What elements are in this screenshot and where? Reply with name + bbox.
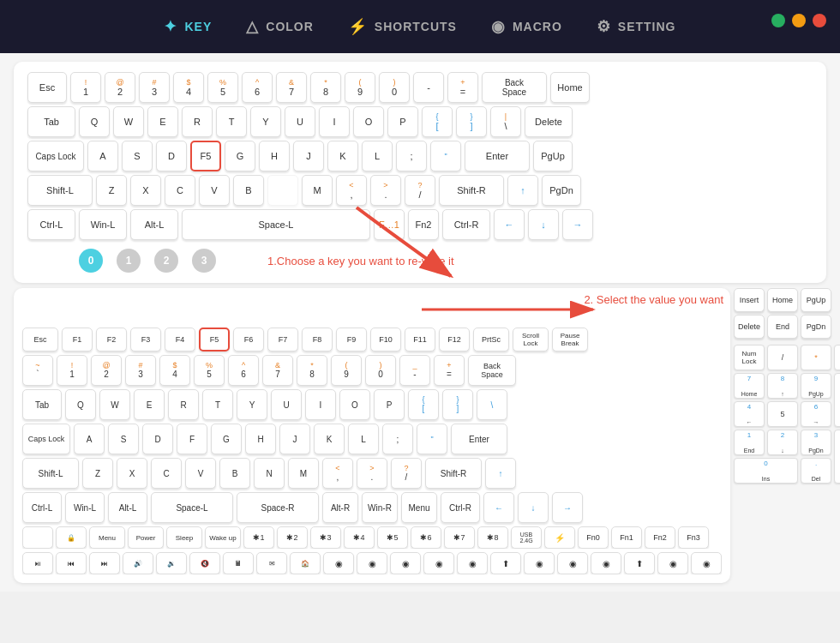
key-backslash-b[interactable]: \	[477, 389, 507, 420]
key-pause-break[interactable]: PauseBreak	[552, 328, 588, 352]
key-7-b[interactable]: &7	[262, 355, 293, 386]
key-b[interactable]: B	[233, 175, 264, 206]
key-a-b[interactable]: A	[74, 424, 105, 454]
key-space-l[interactable]: Space-L	[182, 209, 370, 240]
key-fn1-top[interactable]: F…1	[374, 209, 405, 240]
key-tab-b[interactable]: Tab	[22, 389, 62, 420]
key-z-b[interactable]: Z	[82, 458, 113, 489]
key-v[interactable]: V	[199, 175, 230, 206]
key-media12[interactable]: ◉	[691, 552, 722, 574]
maximize-button[interactable]	[771, 14, 785, 27]
key-3-b[interactable]: #3	[125, 355, 156, 386]
key-left-b[interactable]: ←	[483, 492, 514, 523]
key-alt-l-b[interactable]: Alt-L	[108, 492, 147, 523]
key-period-b[interactable]: >.	[357, 458, 387, 489]
key-c-b[interactable]: C	[151, 458, 182, 489]
key-p[interactable]: P	[387, 106, 418, 137]
key-bt3[interactable]: ✱3	[310, 526, 341, 549]
key-home[interactable]: Home	[550, 72, 590, 103]
key-u-b[interactable]: U	[271, 389, 302, 420]
key-h-b[interactable]: H	[245, 424, 276, 454]
key-6-b[interactable]: ^6	[228, 355, 259, 386]
key-fn3[interactable]: Fn3	[678, 526, 709, 549]
key-space-r-b[interactable]: Space-R	[237, 492, 319, 523]
key-i[interactable]: I	[319, 106, 350, 137]
key-pgup-right[interactable]: PgUp	[801, 288, 831, 312]
key-s-b[interactable]: S	[108, 424, 139, 454]
key-up-b[interactable]: ↑	[485, 458, 516, 489]
key-calc[interactable]: 🖩	[223, 552, 254, 574]
key-media6[interactable]: ⬆	[490, 552, 521, 574]
key-2[interactable]: @2	[105, 72, 135, 103]
key-t[interactable]: T	[216, 106, 247, 137]
key-a[interactable]: A	[87, 141, 118, 171]
key-4[interactable]: $4	[173, 72, 204, 103]
key-g[interactable]: G	[225, 141, 255, 171]
key-7[interactable]: &7	[276, 72, 307, 103]
key-period[interactable]: >.	[370, 175, 401, 206]
key-arrow-down[interactable]: ↓	[528, 209, 559, 240]
key-power[interactable]: Power	[128, 526, 164, 549]
key-play-pause[interactable]: ⏯	[22, 552, 53, 574]
key-9-b[interactable]: (9	[331, 355, 362, 386]
key-0-b[interactable]: )0	[365, 355, 396, 386]
key-win-r-b[interactable]: Win-R	[362, 492, 398, 523]
key-equals[interactable]: +=	[447, 72, 478, 103]
key-right-b[interactable]: →	[552, 492, 583, 523]
key-w-b[interactable]: W	[99, 389, 130, 420]
key-num-1[interactable]: 1End	[734, 430, 765, 455]
key-q-b[interactable]: Q	[65, 389, 96, 420]
key-shift-l[interactable]: Shift-L	[27, 175, 93, 206]
key-bt8[interactable]: ✱8	[477, 526, 508, 549]
key-y-b[interactable]: Y	[237, 389, 267, 420]
key-num-4[interactable]: 4←	[734, 401, 765, 427]
key-u[interactable]: U	[285, 106, 315, 137]
key-menu-b[interactable]: Menu	[401, 492, 437, 523]
key-x-b[interactable]: X	[117, 458, 147, 489]
key-num-star[interactable]: *	[801, 345, 831, 370]
key-shift-r[interactable]: Shift-R	[439, 175, 504, 206]
key-caps-lock[interactable]: Caps Lock	[27, 141, 84, 171]
key-win-l[interactable]: Win-L	[79, 209, 127, 240]
key-f6[interactable]: F6	[233, 328, 264, 352]
key-d[interactable]: D	[156, 141, 187, 171]
key-3[interactable]: #3	[139, 72, 170, 103]
key-j[interactable]: J	[293, 141, 324, 171]
key-win-l-b[interactable]: Win-L	[65, 492, 105, 523]
key-r[interactable]: R	[182, 106, 213, 137]
key-fn2[interactable]: Fn2	[408, 209, 439, 240]
key-ctrl-r-b[interactable]: Ctrl-R	[441, 492, 480, 523]
profile-2[interactable]: 2	[154, 249, 178, 273]
key-tilde-b[interactable]: ~`	[22, 355, 53, 386]
key-media1[interactable]: ◉	[323, 552, 354, 574]
key-f7[interactable]: F7	[267, 328, 298, 352]
key-pgdn-right[interactable]: PgDn	[801, 315, 831, 339]
key-h[interactable]: H	[259, 141, 290, 171]
key-backspace[interactable]: BackSpace	[482, 72, 547, 103]
key-media5[interactable]: ◉	[457, 552, 488, 574]
key-f11[interactable]: F11	[405, 328, 435, 352]
key-ctrl-l-b[interactable]: Ctrl-L	[22, 492, 62, 523]
key-num-slash[interactable]: /	[767, 345, 798, 370]
key-p-b[interactable]: P	[374, 389, 405, 420]
key-menu-fn[interactable]: Menu	[89, 526, 125, 549]
key-f3[interactable]: F3	[130, 328, 161, 352]
key-8[interactable]: *8	[310, 72, 341, 103]
key-media10[interactable]: ⬆	[624, 552, 655, 574]
key-minus[interactable]: -	[413, 72, 444, 103]
key-bt2[interactable]: ✱2	[277, 526, 308, 549]
key-e-b[interactable]: E	[134, 389, 165, 420]
key-scroll-lock[interactable]: ScrollLock	[513, 328, 549, 352]
key-n[interactable]	[267, 175, 298, 206]
key-home-icon[interactable]: 🏠	[290, 552, 321, 574]
key-backslash[interactable]: |\	[490, 106, 521, 137]
key-num-minus[interactable]: -	[834, 345, 840, 370]
key-backspace-bottom[interactable]: BackSpace	[468, 355, 516, 386]
key-f9[interactable]: F9	[336, 328, 367, 352]
key-shift-r-b[interactable]: Shift-R	[425, 458, 482, 489]
key-num-enter[interactable]: Enter	[834, 430, 840, 484]
key-num-dot[interactable]: .Del	[801, 458, 831, 484]
key-end[interactable]: End	[767, 315, 798, 339]
key-num-6[interactable]: 6→	[801, 401, 831, 427]
key-esc-bottom[interactable]: Esc	[22, 328, 58, 352]
